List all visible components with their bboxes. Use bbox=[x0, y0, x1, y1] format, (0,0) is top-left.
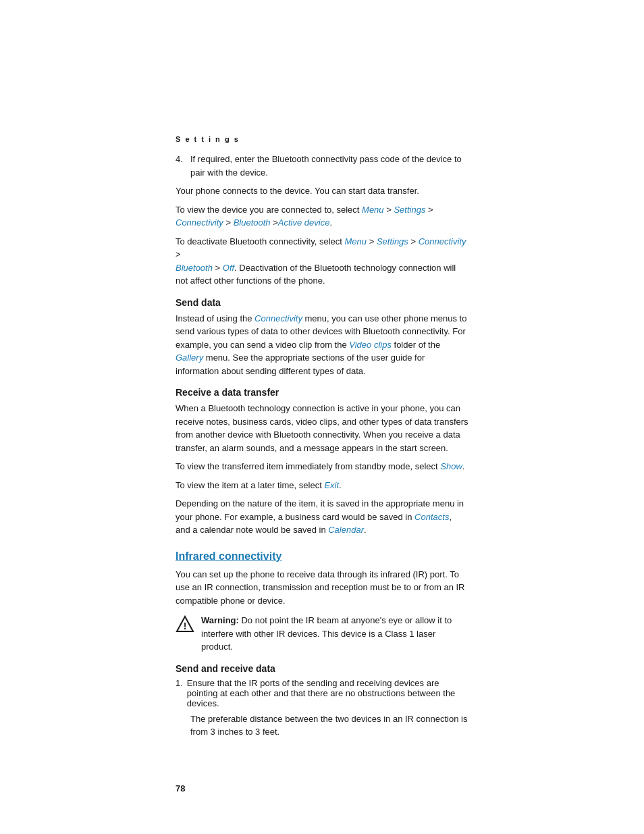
receive-data-para4: Depending on the nature of the item, it … bbox=[176, 497, 468, 537]
send-data-connectivity-link[interactable]: Connectivity bbox=[254, 313, 302, 323]
warning-text: Warning: Do not point the IR beam at any… bbox=[201, 614, 468, 654]
para2-end: . bbox=[329, 217, 332, 228]
send-data-gallery-link[interactable]: Gallery bbox=[176, 353, 203, 363]
para2-active-link[interactable]: Active device bbox=[278, 217, 330, 228]
para2-prefix: To view the device you are connected to,… bbox=[176, 205, 362, 215]
section-header: S e t t i n g s bbox=[176, 135, 468, 143]
ir-sub-para: The preferable distance between the two … bbox=[190, 712, 468, 739]
send-data-heading: Send data bbox=[176, 297, 468, 308]
para2-menu-link[interactable]: Menu bbox=[362, 205, 384, 215]
exit-link[interactable]: Exit bbox=[324, 480, 339, 490]
para3-settings-link[interactable]: Settings bbox=[377, 236, 408, 246]
para-deactivate: To deactivate Bluetooth connectivity, se… bbox=[176, 235, 468, 288]
send-data-mid2: folder of the bbox=[392, 340, 440, 350]
para2-sep3: > bbox=[223, 217, 234, 228]
para2-sep1: > bbox=[384, 205, 394, 215]
para3-connectivity-link[interactable]: Connectivity bbox=[419, 236, 466, 246]
para3-sep4: > bbox=[213, 263, 223, 273]
receive-data-para1: When a Bluetooth technology connection i… bbox=[176, 402, 468, 454]
para3-sep1: > bbox=[367, 236, 377, 246]
para3-menu-link[interactable]: Menu bbox=[345, 236, 367, 246]
page-number: 78 bbox=[176, 783, 185, 793]
warning-box: ! Warning: Do not point the IR beam at a… bbox=[176, 614, 468, 654]
para2-settings-link[interactable]: Settings bbox=[394, 205, 425, 215]
ir-step-1-text: Ensure that the IR ports of the sending … bbox=[187, 678, 468, 708]
para3-bluetooth-link[interactable]: Bluetooth bbox=[176, 263, 213, 273]
receive-data-para2: To view the transferred item immediately… bbox=[176, 460, 468, 473]
receive-data-para3: To view the item at a later time, select… bbox=[176, 479, 468, 492]
receive-para3-end: . bbox=[339, 480, 342, 490]
ir-step-1-number: 1. bbox=[176, 678, 183, 708]
calendar-link[interactable]: Calendar bbox=[328, 525, 364, 535]
para2-bluetooth-link[interactable]: Bluetooth bbox=[234, 217, 271, 228]
para-connects: Your phone connects to the device. You c… bbox=[176, 184, 468, 198]
step-4-text: If required, enter the Bluetooth connect… bbox=[190, 153, 468, 179]
send-receive-heading: Send and receive data bbox=[176, 663, 468, 674]
page: S e t t i n g s 4. If required, enter th… bbox=[0, 0, 644, 834]
para2-connectivity-link[interactable]: Connectivity bbox=[176, 217, 223, 228]
para2-sep4: > bbox=[271, 217, 278, 228]
para-view-device: To view the device you are connected to,… bbox=[176, 203, 468, 230]
receive-para2-prefix: To view the transferred item immediately… bbox=[176, 461, 440, 471]
warning-icon: ! bbox=[176, 615, 194, 634]
infrared-para1: You can set up the phone to receive data… bbox=[176, 568, 468, 608]
send-data-prefix: Instead of using the bbox=[176, 313, 254, 323]
send-data-para: Instead of using the Connectivity menu, … bbox=[176, 312, 468, 378]
para3-prefix: To deactivate Bluetooth connectivity, se… bbox=[176, 236, 345, 246]
step-4-number: 4. bbox=[176, 153, 186, 179]
receive-para4-end: . bbox=[364, 525, 367, 535]
warning-bold: Warning: bbox=[201, 615, 239, 625]
receive-data-heading: Receive a data transfer bbox=[176, 387, 468, 398]
para3-off-link[interactable]: Off bbox=[223, 263, 234, 273]
para3-sep2: > bbox=[408, 236, 419, 246]
para3-sep3: > bbox=[176, 249, 181, 259]
infrared-heading: Infrared connectivity bbox=[176, 550, 468, 563]
warning-body: Do not point the IR beam at anyone's eye… bbox=[201, 615, 452, 652]
receive-para2-end: . bbox=[462, 461, 465, 471]
step-4: 4. If required, enter the Bluetooth conn… bbox=[176, 153, 468, 179]
contacts-link[interactable]: Contacts bbox=[414, 512, 449, 522]
show-link[interactable]: Show bbox=[440, 461, 462, 471]
receive-para3-prefix: To view the item at a later time, select bbox=[176, 480, 324, 490]
send-data-videoclips-link[interactable]: Video clips bbox=[349, 340, 392, 350]
para2-sep2: > bbox=[425, 205, 433, 215]
svg-text:!: ! bbox=[184, 621, 187, 631]
ir-step-1: 1. Ensure that the IR ports of the sendi… bbox=[176, 678, 468, 708]
send-data-end: menu. See the appropriate sections of th… bbox=[176, 353, 425, 376]
